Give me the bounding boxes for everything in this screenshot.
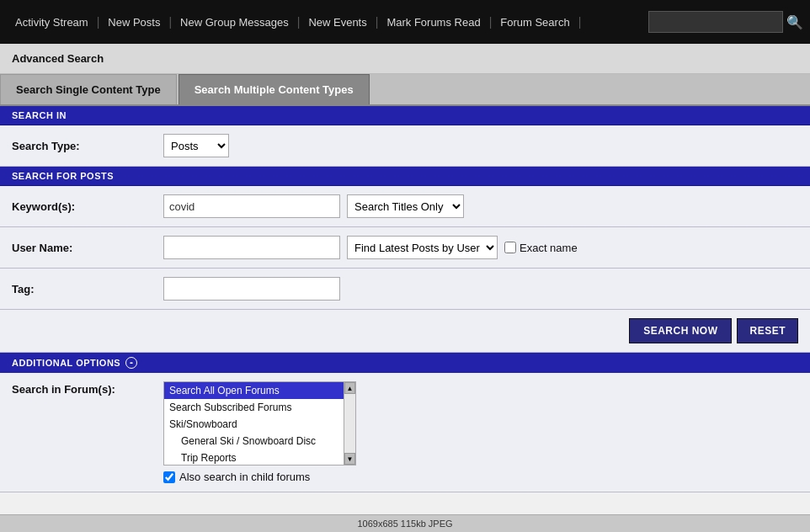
also-search-text: Also search in child forums: [179, 471, 310, 483]
additional-options-label: ADDITIONAL OPTIONS: [12, 358, 120, 368]
forums-controls: Search All Open Forums Search Subscribed…: [163, 381, 356, 483]
search-now-button[interactable]: SEARCH NOW: [629, 318, 732, 343]
search-type-select[interactable]: Posts Threads Users: [163, 134, 229, 157]
nav-forum-search[interactable]: Forum Search: [492, 16, 578, 29]
forums-listbox-scrollbar: ▲ ▼: [344, 381, 356, 466]
username-row: User Name: Find Latest Posts by User Fin…: [0, 227, 810, 269]
status-bar-text: 1069x685 115kb JPEG: [357, 519, 452, 529]
tab-single-content-type[interactable]: Search Single Content Type: [0, 74, 177, 104]
page-content: Advanced Search Search Single Content Ty…: [0, 44, 810, 532]
forums-listbox[interactable]: Search All Open Forums Search Subscribed…: [163, 381, 344, 466]
tag-controls: [163, 277, 798, 301]
forums-label: Search in Forum(s):: [12, 381, 163, 396]
forum-option-subscribed[interactable]: Search Subscribed Forums: [164, 399, 344, 416]
username-label: User Name:: [12, 242, 163, 254]
exact-name-label: Exact name: [504, 242, 578, 254]
advanced-search-label: Advanced Search: [12, 52, 104, 65]
tabs-bar: Search Single Content Type Search Multip…: [0, 74, 810, 106]
scroll-track: [344, 394, 355, 453]
search-type-row: Search Type: Posts Threads Users: [0, 125, 810, 167]
keyword-scope-select[interactable]: Search Titles Only Search Entire Post Ta…: [347, 194, 464, 218]
nav-activity-stream[interactable]: Activity Stream: [7, 16, 97, 29]
tab-multiple-content-types[interactable]: Search Multiple Content Types: [179, 74, 370, 104]
status-bar: 1069x685 115kb JPEG: [0, 514, 810, 532]
keywords-row: Keyword(s): Search Titles Only Search En…: [0, 186, 810, 227]
scroll-up-button[interactable]: ▲: [344, 382, 355, 394]
nav-mark-forums-read[interactable]: Mark Forums Read: [378, 16, 488, 29]
keywords-label: Keyword(s):: [12, 200, 163, 213]
also-search-checkbox[interactable]: [163, 471, 175, 483]
nav-search-input[interactable]: [648, 11, 783, 33]
search-icon[interactable]: 🔍: [786, 14, 803, 30]
forums-row: Search in Forum(s): Search All Open Foru…: [0, 373, 810, 492]
tag-row: Tag:: [0, 269, 810, 310]
reset-button[interactable]: RESET: [737, 318, 798, 343]
forums-listbox-wrapper: Search All Open Forums Search Subscribed…: [163, 381, 356, 466]
tag-label: Tag:: [12, 283, 163, 295]
exact-name-text: Exact name: [520, 242, 578, 254]
scroll-down-button[interactable]: ▼: [344, 453, 355, 465]
keywords-controls: Search Titles Only Search Entire Post Ta…: [163, 194, 798, 218]
search-for-posts-section-header: SEARCH FOR POSTS: [0, 167, 810, 186]
username-input[interactable]: [163, 236, 340, 259]
keywords-input[interactable]: [163, 194, 340, 218]
username-controls: Find Latest Posts by User Find All Posts…: [163, 236, 798, 259]
forum-option-trip-reports[interactable]: Trip Reports: [164, 450, 344, 466]
search-type-controls: Posts Threads Users: [163, 134, 798, 157]
search-in-section-header: SEARCH IN: [0, 106, 810, 125]
nav-new-group-messages[interactable]: New Group Messages: [172, 16, 297, 29]
nav-new-events[interactable]: New Events: [300, 16, 375, 29]
buttons-row: SEARCH NOW RESET: [0, 310, 810, 353]
additional-options-section-header: ADDITIONAL OPTIONS -: [0, 353, 810, 373]
nav-new-posts[interactable]: New Posts: [99, 16, 168, 29]
tag-input[interactable]: [163, 277, 340, 301]
forum-option-all-open[interactable]: Search All Open Forums: [164, 382, 344, 399]
advanced-search-header: Advanced Search: [0, 44, 810, 74]
search-type-label: Search Type:: [12, 140, 163, 152]
top-nav: Activity Stream | New Posts | New Group …: [0, 0, 810, 44]
also-search-label: Also search in child forums: [163, 471, 356, 483]
forum-option-general-ski[interactable]: General Ski / Snowboard Disc: [164, 433, 344, 450]
nav-sep-6: |: [578, 15, 582, 29]
forum-option-ski-snowboard[interactable]: Ski/Snowboard: [164, 416, 344, 433]
username-scope-select[interactable]: Find Latest Posts by User Find All Posts…: [347, 236, 498, 259]
collapse-additional-options-button[interactable]: -: [125, 357, 137, 369]
exact-name-checkbox[interactable]: [504, 242, 516, 253]
